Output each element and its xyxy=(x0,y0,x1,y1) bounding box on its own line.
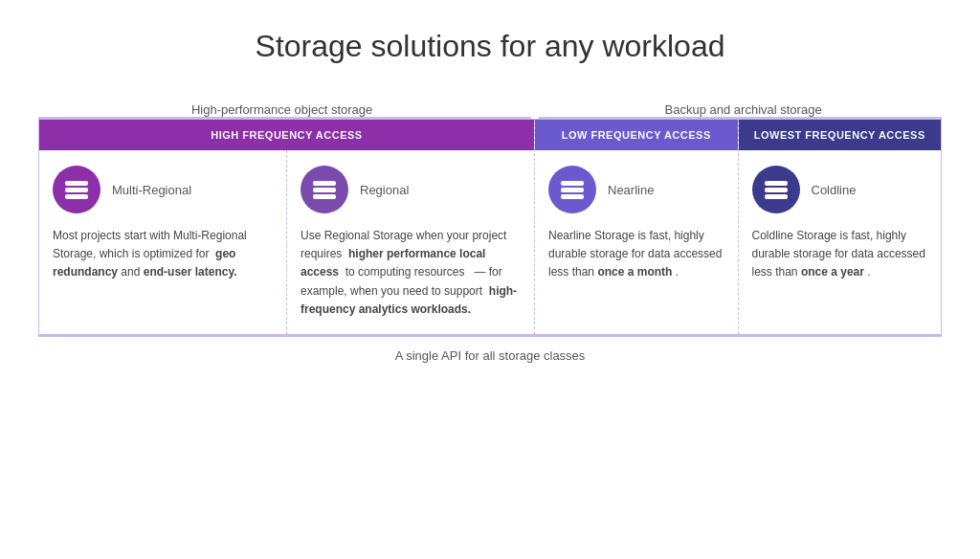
multi-regional-icon-row: Multi-Regional xyxy=(53,166,273,213)
category-labels: High-performance object storage Backup a… xyxy=(38,102,942,117)
high-freq-group: HIGH FREQUENCY ACCESS xyxy=(39,120,535,334)
regional-icon xyxy=(301,166,348,213)
database-icon xyxy=(63,180,90,199)
svg-rect-7 xyxy=(561,188,584,192)
svg-rect-9 xyxy=(765,181,788,186)
database-icon-2 xyxy=(311,180,338,199)
svg-rect-0 xyxy=(65,181,88,186)
cards-container: HIGH FREQUENCY ACCESS xyxy=(38,119,942,335)
multi-regional-description: Most projects start with Multi-Regional … xyxy=(53,227,273,282)
coldline-icon xyxy=(752,166,800,213)
svg-rect-6 xyxy=(561,181,584,186)
regional-name: Regional xyxy=(360,183,409,197)
page-title: Storage solutions for any workload xyxy=(256,29,725,64)
regional-body: Regional Use Regional Storage when your … xyxy=(287,150,534,334)
regional-description: Use Regional Storage when your project r… xyxy=(301,227,521,319)
regional-card: Regional Use Regional Storage when your … xyxy=(287,150,534,334)
coldline-icon-row: Coldline xyxy=(752,166,928,213)
multi-regional-name: Multi-Regional xyxy=(112,183,191,197)
category-borders xyxy=(38,117,942,119)
backup-border xyxy=(539,117,942,119)
bottom-section: A single API for all storage classes xyxy=(38,335,942,363)
main-container: High-performance object storage Backup a… xyxy=(38,102,942,363)
multi-regional-icon xyxy=(53,166,100,213)
coldline-name: Coldline xyxy=(812,183,857,197)
nearline-description: Nearline Storage is fast, highly durable… xyxy=(548,227,724,282)
backup-category-label: Backup and archival storage xyxy=(535,102,942,117)
high-freq-header: HIGH FREQUENCY ACCESS xyxy=(39,120,534,150)
svg-rect-2 xyxy=(65,194,88,199)
coldline-body: Coldline Coldline Storage is fast, highl… xyxy=(739,150,942,334)
svg-rect-10 xyxy=(765,188,788,192)
high-perf-border xyxy=(38,117,531,119)
nearline-card: LOW FREQUENCY ACCESS Nearline Nearline S… xyxy=(535,120,739,334)
multi-regional-body: Multi-Regional Most projects start with … xyxy=(39,150,286,334)
regional-icon-row: Regional xyxy=(301,166,521,213)
svg-rect-8 xyxy=(561,194,584,199)
svg-rect-1 xyxy=(65,188,88,192)
nearline-icon-row: Nearline xyxy=(548,166,724,213)
high-perf-category-label: High-performance object storage xyxy=(38,102,535,117)
svg-rect-4 xyxy=(313,188,336,192)
nearline-icon xyxy=(548,166,596,213)
multi-regional-card: Multi-Regional Most projects start with … xyxy=(39,150,287,334)
nearline-name: Nearline xyxy=(608,183,654,197)
bottom-label: A single API for all storage classes xyxy=(38,337,942,363)
high-freq-cards: Multi-Regional Most projects start with … xyxy=(39,150,534,334)
database-icon-4 xyxy=(763,180,790,199)
svg-rect-5 xyxy=(313,194,336,199)
nearline-body: Nearline Nearline Storage is fast, highl… xyxy=(535,150,738,334)
low-freq-header: LOW FREQUENCY ACCESS xyxy=(535,120,738,150)
svg-rect-11 xyxy=(765,194,788,199)
coldline-card: LOWEST FREQUENCY ACCESS Coldline Coldlin… xyxy=(739,120,942,334)
database-icon-3 xyxy=(559,180,586,199)
coldline-description: Coldline Storage is fast, highly durable… xyxy=(752,227,928,282)
lowest-freq-header: LOWEST FREQUENCY ACCESS xyxy=(739,120,942,150)
svg-rect-3 xyxy=(313,181,336,186)
